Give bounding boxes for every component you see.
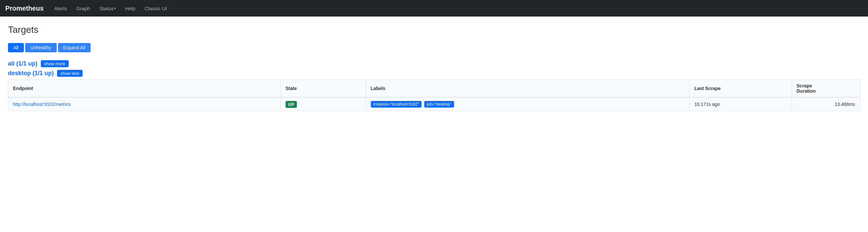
endpoint-link[interactable]: http://localhost:9102/metrics — [13, 102, 71, 107]
cell-labels: instance="localhost:9102" job="desktop" — [366, 97, 689, 111]
cell-state: UP — [281, 97, 366, 111]
show-more-button-ali[interactable]: show more — [41, 60, 69, 67]
col-header-state: State — [281, 80, 366, 98]
col-header-endpoint: Endpoint — [8, 80, 281, 98]
navbar-brand[interactable]: Prometheus — [5, 5, 44, 12]
nav-links: Alerts Graph Status ▾ Help Classic UI — [51, 3, 171, 14]
target-group-desktop: desktop (1/1 up) show less Endpoint Stat… — [8, 70, 860, 111]
target-group-desktop-name[interactable]: desktop (1/1 up) — [8, 70, 54, 77]
nav-status-dropdown[interactable]: Status ▾ — [95, 3, 120, 14]
cell-last-scrape: 10.171s ago — [689, 97, 792, 111]
table-body: http://localhost:9102/metrics UP instanc… — [8, 97, 860, 111]
col-header-scrape-duration: ScrapeDuration — [792, 80, 860, 98]
chevron-down-icon: ▾ — [114, 7, 116, 10]
col-header-last-scrape: Last Scrape — [689, 80, 792, 98]
nav-classic-ui[interactable]: Classic UI — [141, 3, 171, 14]
cell-endpoint: http://localhost:9102/metrics — [8, 97, 281, 111]
target-group-desktop-header: desktop (1/1 up) show less — [8, 70, 860, 77]
main-content: Targets All Unhealthy Expand All ali (1/… — [0, 16, 868, 122]
cell-scrape-duration: 13.468ms — [792, 97, 860, 111]
page-title: Targets — [8, 25, 860, 35]
nav-status-label: Status — [99, 6, 114, 11]
col-header-labels: Labels — [366, 80, 689, 98]
target-group-ali-header: ali (1/1 up) show more — [8, 60, 860, 67]
filter-buttons: All Unhealthy Expand All — [8, 43, 860, 52]
label-badge-job: job="desktop" — [424, 101, 454, 108]
nav-graph[interactable]: Graph — [72, 3, 94, 14]
filter-expand-all-button[interactable]: Expand All — [58, 43, 91, 52]
targets-table-desktop: Endpoint State Labels Last Scrape Scrape… — [8, 79, 860, 111]
label-badge-instance: instance="localhost:9102" — [371, 101, 422, 108]
nav-help[interactable]: Help — [121, 3, 139, 14]
state-badge-up: UP — [286, 101, 297, 108]
target-group-ali-name[interactable]: ali (1/1 up) — [8, 60, 37, 67]
show-less-button-desktop[interactable]: show less — [57, 70, 83, 77]
table-row: http://localhost:9102/metrics UP instanc… — [8, 97, 860, 111]
nav-alerts[interactable]: Alerts — [51, 3, 71, 14]
filter-unhealthy-button[interactable]: Unhealthy — [25, 43, 57, 52]
navbar: Prometheus Alerts Graph Status ▾ Help Cl… — [0, 0, 868, 16]
table-header: Endpoint State Labels Last Scrape Scrape… — [8, 80, 860, 98]
filter-all-button[interactable]: All — [8, 43, 24, 52]
target-group-ali: ali (1/1 up) show more — [8, 60, 860, 67]
